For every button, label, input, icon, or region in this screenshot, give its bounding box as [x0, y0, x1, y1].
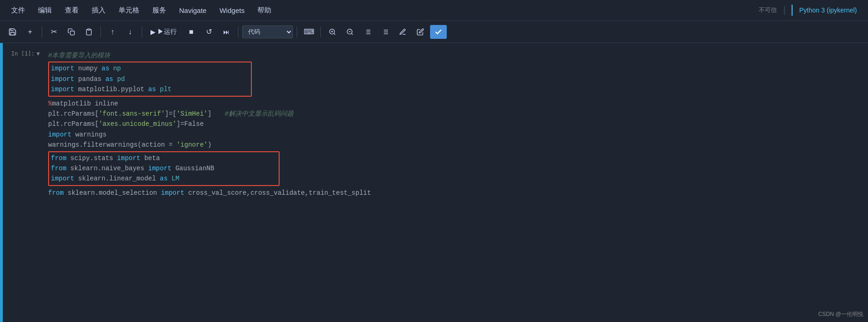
save-button[interactable]: [5, 25, 20, 39]
cut-button[interactable]: ✂: [46, 25, 62, 39]
zoom-in-button[interactable]: [325, 25, 340, 39]
run-icon: ▶: [150, 28, 156, 36]
keyboard-button[interactable]: ⌨: [301, 25, 317, 39]
run-button[interactable]: ▶ ▶运行: [146, 26, 181, 38]
space: scipy.stats: [70, 155, 117, 162]
notebook-area: In [1]: ▼ #本章需要导入的模块 import numpy as: [0, 43, 868, 322]
str-simhei: 'SimHei': [176, 110, 207, 118]
code-line-pandas: import pandas as pd: [51, 74, 249, 84]
kw-import2: import: [51, 75, 74, 83]
kw-as3: as: [148, 86, 156, 93]
list-ordered-button[interactable]: [360, 25, 375, 39]
stop-button[interactable]: ■: [183, 25, 199, 39]
separator: |: [781, 5, 787, 16]
divider-2: [100, 26, 101, 37]
alias-np: np: [113, 65, 121, 72]
kw-from2: from: [51, 165, 67, 172]
kw-import6: import: [148, 165, 171, 172]
space: sklearn.naive_bayes: [70, 165, 148, 172]
kw-as: as: [101, 65, 109, 72]
kw-from3: from: [48, 189, 64, 197]
menu-widgets[interactable]: Widgets: [213, 4, 251, 17]
code-line-numpy: import numpy as np: [51, 63, 249, 74]
str-axes: 'axes.unicode_minus': [99, 120, 176, 128]
bracket1: ]: [207, 110, 211, 118]
menu-file[interactable]: 文件: [5, 3, 31, 18]
space: cross_val_score,cross_validate,train_tes…: [188, 189, 371, 197]
trusted-check[interactable]: [430, 25, 447, 39]
cell-type-select[interactable]: 代码: [242, 25, 293, 38]
svg-rect-0: [70, 31, 75, 35]
cell-prompt: In [1]: ▼: [3, 49, 44, 57]
plt-rc2: plt.rcParams[: [48, 120, 99, 128]
kw-import8: import: [161, 189, 184, 197]
kw-as2: as: [106, 75, 113, 83]
alias-lm: LM: [171, 175, 179, 182]
menu-service[interactable]: 服务: [146, 3, 173, 18]
code-line-naive-bayes: from sklearn.naive_bayes import Gaussian…: [51, 163, 277, 173]
menu-edit[interactable]: 编辑: [31, 3, 58, 18]
import-box-2: from scipy.stats import beta from sklear…: [48, 151, 280, 186]
code-line-filterwarnings: warnings.filterwarnings(action = 'ignore…: [48, 140, 864, 150]
menu-cell[interactable]: 单元格: [112, 3, 146, 18]
code-line-rcparams2: plt.rcParams['axes.unicode_minus']=False: [48, 119, 864, 129]
code-line-model-selection: from sklearn.model_selection import cros…: [48, 188, 864, 198]
code-cell[interactable]: In [1]: ▼ #本章需要导入的模块 import numpy as: [3, 47, 868, 202]
space: beta: [144, 155, 160, 162]
menu-help[interactable]: 帮助: [251, 3, 278, 18]
cell-wrapper: In [1]: ▼ #本章需要导入的模块 import numpy as: [3, 43, 868, 322]
str-font: 'font.sans-serif': [99, 110, 165, 118]
eq1: ]=[: [165, 110, 176, 118]
space: GaussianNB: [175, 165, 214, 172]
paren-close: ): [207, 141, 211, 149]
code-line-matplotlib: import matplotlib.pyplot as plt: [51, 84, 249, 94]
code-line-warnings: import warnings: [48, 130, 864, 140]
import-box-1: import numpy as np import pandas as: [48, 62, 252, 96]
add-cell-button[interactable]: +: [22, 25, 38, 39]
mod-matplotlib: matplotlib.pyplot: [78, 86, 144, 93]
svg-line-3: [334, 33, 335, 35]
divider-1: [42, 26, 42, 37]
trust-status: 不可信: [759, 6, 777, 14]
toolbar: + ✂ ↑ ↓ ▶ ▶运行 ■ ↺ ⏭ 代码 ⌨: [0, 21, 868, 43]
prompt-label: In [1]:: [11, 50, 35, 57]
move-up-button[interactable]: ↑: [105, 25, 120, 39]
menu-navigate[interactable]: Navigate: [173, 4, 213, 17]
paste-button[interactable]: [81, 25, 97, 39]
code-line-comment: #本章需要导入的模块: [48, 50, 864, 61]
list-unordered-button[interactable]: [377, 25, 393, 39]
comment-text: #本章需要导入的模块: [48, 52, 110, 59]
plt-rc1: plt.rcParams[: [48, 110, 99, 118]
str-ignore: 'ignore': [176, 141, 207, 149]
kernel-info: Python 3 (ipykernel): [792, 5, 863, 16]
mod-pandas: pandas: [78, 75, 101, 83]
kw-import7: import: [51, 175, 74, 182]
space: sklearn.linear_model: [78, 175, 160, 182]
menubar: 文件 编辑 查看 插入 单元格 服务 Navigate Widgets 帮助 不…: [0, 0, 868, 21]
magic-matplotlib: matplotlib inline: [52, 100, 118, 107]
pen1-button[interactable]: [395, 25, 411, 39]
kw-import5: import: [117, 155, 140, 162]
divider-5: [297, 26, 297, 37]
svg-line-7: [351, 33, 353, 35]
fast-forward-button[interactable]: ⏭: [219, 25, 234, 39]
pen2-button[interactable]: [412, 25, 428, 39]
kw-as4: as: [160, 175, 168, 182]
menubar-right: 不可信 | Python 3 (ipykernel): [759, 5, 863, 16]
menu-insert[interactable]: 插入: [85, 3, 112, 18]
move-down-button[interactable]: ↓: [122, 25, 138, 39]
zoom-out-button[interactable]: [342, 25, 358, 39]
watermark: CSDN @一伦明悦: [818, 310, 863, 318]
cell-code[interactable]: #本章需要导入的模块 import numpy as np import: [44, 49, 868, 200]
alias-plt: plt: [160, 86, 171, 93]
copy-button[interactable]: [63, 25, 79, 39]
restart-button[interactable]: ↺: [201, 25, 217, 39]
svg-rect-1: [87, 29, 90, 30]
divider-3: [142, 26, 142, 37]
mod-numpy: numpy: [78, 65, 98, 72]
collapse-arrow[interactable]: ▼: [37, 50, 40, 57]
kw-import3: import: [51, 86, 74, 93]
eq2: ]=False: [176, 120, 204, 128]
kw-from: from: [51, 155, 67, 162]
menu-view[interactable]: 查看: [58, 3, 85, 18]
